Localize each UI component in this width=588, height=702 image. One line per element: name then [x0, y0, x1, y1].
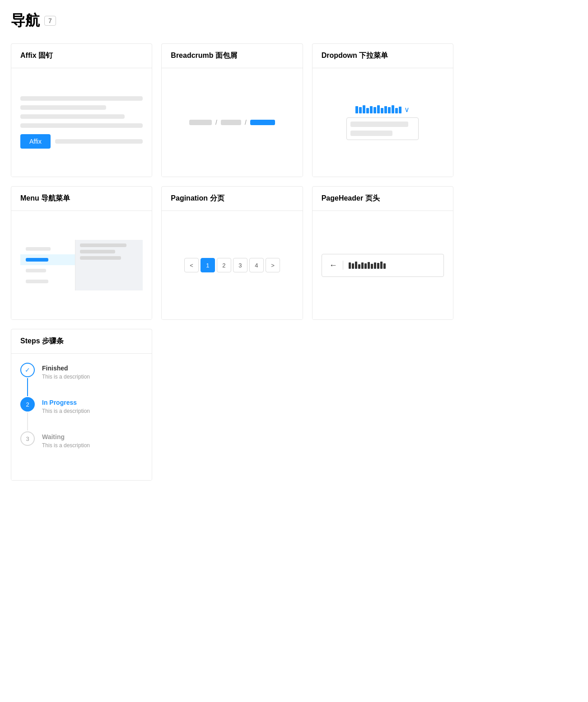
pagination-card: Pagination 分页 < 1 2 3 4 > [161, 186, 303, 320]
steps-card-title: Steps 步骤条 [11, 329, 152, 354]
menu-card-title: Menu 导航菜单 [11, 187, 152, 211]
menu-item-2[interactable] [20, 254, 75, 265]
affix-line-2 [20, 105, 106, 110]
affix-line-4 [20, 123, 143, 128]
bc-item-2 [221, 120, 241, 125]
dropdown-trigger[interactable]: ∨ [355, 105, 410, 114]
step-connector-2 [27, 412, 28, 431]
step-desc-3: This is a description [42, 442, 90, 449]
steps-card-body: ✓ Finished This is a description [11, 354, 152, 480]
ph-bar-10 [377, 263, 379, 269]
bc-item-1 [189, 120, 212, 125]
step-item-2: 2 In Progress This is a description [20, 397, 143, 431]
breadcrumb-demo: / / [189, 119, 275, 126]
menu-card-body [11, 211, 152, 319]
checkmark-icon: ✓ [25, 366, 30, 374]
pageheader-back-icon[interactable]: ← [329, 261, 337, 270]
ph-bar-4 [358, 264, 360, 269]
affix-card-body: Affix [11, 68, 152, 177]
dropdown-demo: ∨ [322, 105, 444, 140]
pagination-card-title: Pagination 分页 [162, 187, 302, 211]
pagination-page-1[interactable]: 1 [201, 258, 215, 272]
pageheader-card: PageHeader 页头 ← [312, 186, 453, 320]
menu-bar-4 [26, 280, 48, 283]
ph-bar-1 [349, 262, 351, 269]
pageheader-card-title: PageHeader 页头 [313, 187, 453, 211]
steps-demo: ✓ Finished This is a description [20, 363, 143, 458]
step-title-1: Finished [42, 365, 90, 372]
db-7 [377, 105, 380, 113]
pagination-page-4[interactable]: 4 [249, 258, 264, 272]
affix-line-1 [20, 96, 143, 101]
menu-bar-2 [26, 258, 48, 262]
pagination-page-2[interactable]: 2 [217, 258, 231, 272]
menu-content-2 [80, 250, 115, 253]
db-3 [363, 105, 365, 113]
dropdown-card: Dropdown 下拉菜单 [312, 43, 453, 177]
affix-line-5 [55, 139, 143, 144]
menu-item-1[interactable] [20, 243, 75, 254]
menu-item-4[interactable] [20, 276, 75, 287]
menu-card: Menu 导航菜单 [11, 186, 152, 320]
pagination-next[interactable]: > [266, 258, 280, 272]
step-circle-3: 3 [20, 431, 35, 446]
affix-button[interactable]: Affix [20, 134, 51, 149]
ph-bar-12 [383, 263, 386, 269]
breadcrumb-card-title: Breadcrumb 面包屑 [162, 44, 302, 68]
step-right-2: In Progress This is a description [42, 397, 90, 423]
ph-bar-5 [361, 262, 364, 269]
ph-bar-2 [352, 263, 354, 269]
affix-card: Affix 固钉 Affix [11, 43, 152, 177]
pagination-page-3[interactable]: 3 [233, 258, 247, 272]
ph-bar-8 [371, 264, 373, 269]
page-badge: 7 [44, 16, 56, 26]
menu-bar-1 [26, 247, 51, 251]
pageheader-divider [343, 261, 343, 270]
menu-content-3 [80, 256, 121, 260]
bc-item-3 [250, 120, 275, 125]
db-6 [373, 107, 376, 113]
step-item-3: 3 Waiting This is a description [20, 431, 143, 458]
step-left-2: 2 [20, 397, 35, 431]
dropdown-panel [346, 117, 419, 140]
step-connector-1 [27, 378, 28, 396]
menu-content-area [75, 240, 143, 290]
db-12 [395, 108, 398, 113]
db-1 [355, 106, 358, 113]
pageheader-title-bars [349, 262, 386, 269]
db-4 [366, 108, 369, 113]
menu-item-3[interactable] [20, 265, 75, 276]
pageheader-demo: ← [322, 254, 444, 277]
step-circle-2: 2 [20, 397, 35, 412]
affix-line-3 [20, 114, 125, 119]
db-11 [392, 105, 394, 113]
ph-bar-6 [364, 263, 367, 269]
menu-bar-3 [26, 269, 46, 272]
db-2 [359, 107, 362, 113]
ph-bar-11 [380, 262, 383, 269]
step-circle-1: ✓ [20, 363, 35, 377]
step-right-3: Waiting This is a description [42, 431, 90, 458]
dropdown-bar-group [355, 105, 401, 113]
step-title-3: Waiting [42, 433, 90, 440]
chevron-down-icon: ∨ [404, 105, 410, 114]
dropdown-card-body: ∨ [313, 68, 453, 177]
dropdown-opt-2 [350, 131, 392, 136]
steps-card: Steps 步骤条 ✓ Finished This is a de [11, 329, 152, 481]
menu-demo [20, 240, 143, 290]
breadcrumb-card: Breadcrumb 面包屑 / / [161, 43, 303, 177]
step-num-2: 2 [26, 401, 29, 408]
affix-demo: Affix [20, 96, 143, 149]
dropdown-card-title: Dropdown 下拉菜单 [313, 44, 453, 68]
db-5 [370, 106, 373, 113]
pagination-card-body: < 1 2 3 4 > [162, 211, 302, 319]
pagination-demo: < 1 2 3 4 > [184, 258, 280, 272]
page-title: 导航 [11, 11, 40, 31]
ph-bar-7 [368, 262, 370, 269]
ph-bar-3 [355, 262, 357, 269]
pagination-prev[interactable]: < [184, 258, 199, 272]
ph-bar-9 [374, 262, 376, 269]
affix-btn-row: Affix [20, 134, 143, 149]
db-13 [399, 107, 401, 113]
menu-sidebar [20, 240, 75, 290]
